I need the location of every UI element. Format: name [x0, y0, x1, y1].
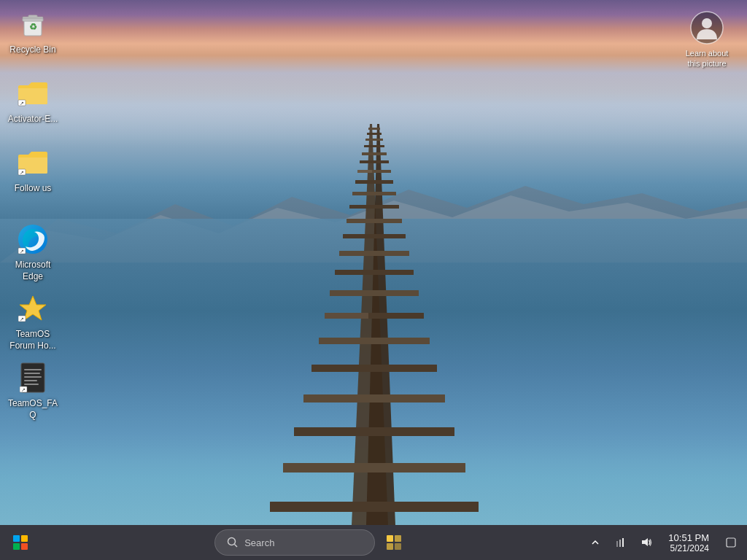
network-tray-icon[interactable] [610, 532, 630, 553]
svg-rect-59 [387, 535, 393, 542]
recycle-bin-label: Recycle Bin [9, 44, 55, 56]
svg-rect-25 [270, 502, 479, 512]
svg-rect-54 [21, 535, 28, 542]
svg-rect-12 [352, 192, 396, 195]
svg-rect-9 [360, 160, 389, 163]
teamos-faq-label: TeamOS_FAQ [7, 398, 59, 421]
follow-us-icon[interactable]: ↗ Follow us [4, 142, 62, 198]
svg-rect-17 [335, 270, 414, 275]
svg-rect-16 [339, 251, 409, 256]
svg-rect-64 [619, 540, 621, 547]
svg-rect-46 [24, 376, 42, 378]
svg-rect-62 [395, 543, 401, 550]
activator-label: Activator-E... [8, 114, 58, 125]
svg-rect-23 [294, 427, 454, 436]
activator-folder-icon[interactable]: ↗ Activator-E... [4, 73, 62, 128]
svg-text:↗: ↗ [20, 101, 24, 106]
svg-rect-8 [362, 152, 387, 155]
system-tray: 10:51 PM 5/21/2024 [587, 526, 741, 559]
svg-rect-4 [368, 128, 380, 130]
svg-rect-55 [13, 543, 20, 550]
svg-text:↗: ↗ [20, 249, 24, 254]
svg-rect-27 [325, 313, 368, 319]
taskbar-file-explorer[interactable] [378, 526, 410, 559]
clock-time: 10:51 PM [668, 532, 709, 543]
svg-rect-20 [319, 338, 430, 344]
svg-rect-56 [21, 543, 28, 550]
svg-rect-53 [13, 535, 20, 542]
svg-rect-26 [357, 170, 372, 173]
learn-about-label: Learn aboutthis picture [686, 48, 729, 69]
svg-rect-61 [387, 543, 393, 550]
teamos-forum-icon[interactable]: ↗ TeamOS Forum Ho... [4, 288, 62, 354]
svg-rect-14 [347, 219, 402, 223]
svg-rect-13 [349, 205, 399, 209]
network-icon [614, 537, 626, 548]
svg-rect-21 [311, 365, 437, 372]
search-icon [227, 537, 239, 548]
volume-tray-icon[interactable] [636, 532, 657, 553]
volume-icon [640, 537, 652, 548]
svg-rect-18 [330, 290, 419, 296]
svg-rect-44 [24, 369, 42, 370]
chevron-up-icon [591, 538, 600, 547]
svg-rect-67 [727, 538, 735, 547]
svg-point-57 [228, 538, 236, 545]
svg-text:♻: ♻ [29, 22, 37, 32]
svg-rect-63 [616, 541, 618, 547]
follow-us-label: Follow us [15, 183, 52, 195]
svg-text:↗: ↗ [21, 387, 26, 392]
start-button[interactable] [6, 528, 35, 557]
clock-date: 5/21/2024 [670, 543, 709, 553]
taskbar: Search [0, 525, 747, 560]
teamos-forum-label: TeamOS Forum Ho... [7, 329, 59, 351]
svg-point-52 [702, 18, 712, 28]
svg-rect-60 [395, 535, 401, 542]
pier [191, 88, 556, 525]
svg-text:↗: ↗ [20, 170, 24, 175]
teamos-faq-icon[interactable]: ↗ TeamOS_FAQ [4, 357, 62, 424]
svg-rect-5 [367, 133, 382, 135]
edge-label: Microsoft Edge [7, 260, 59, 282]
svg-rect-6 [365, 139, 383, 141]
svg-line-58 [235, 545, 238, 548]
svg-rect-47 [24, 380, 37, 381]
svg-rect-24 [283, 463, 465, 472]
svg-rect-65 [622, 538, 624, 547]
svg-rect-22 [303, 394, 445, 402]
learn-about-button[interactable]: Learn aboutthis picture [674, 7, 740, 72]
notification-icon [726, 537, 736, 548]
svg-rect-7 [364, 145, 384, 147]
microsoft-edge-icon[interactable]: ↗ Microsoft Edge [4, 219, 62, 285]
svg-rect-32 [23, 17, 43, 19]
desktop: ♻ Recycle Bin ↗ Activator-E... [0, 0, 747, 525]
recycle-bin-icon[interactable]: ♻ Recycle Bin [4, 4, 62, 59]
tray-expand-button[interactable] [587, 532, 604, 553]
svg-text:↗: ↗ [20, 316, 24, 322]
svg-rect-11 [355, 180, 393, 184]
taskbar-center: Search [38, 526, 587, 559]
search-bar[interactable]: Search [214, 529, 375, 556]
svg-rect-48 [24, 384, 39, 385]
notification-button[interactable] [721, 526, 741, 559]
svg-rect-45 [24, 373, 40, 374]
svg-rect-15 [343, 234, 406, 238]
search-label: Search [244, 537, 274, 548]
svg-marker-66 [642, 538, 648, 546]
clock[interactable]: 10:51 PM 5/21/2024 [662, 529, 715, 556]
